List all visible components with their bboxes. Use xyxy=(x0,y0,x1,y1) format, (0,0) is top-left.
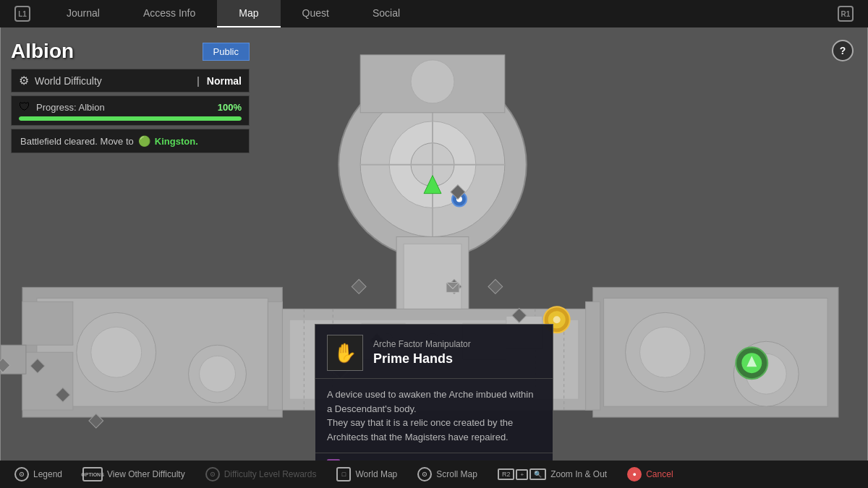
svg-point-17 xyxy=(200,356,236,392)
nav-item-quest[interactable]: Quest xyxy=(281,0,351,27)
tooltip-icon-box: ✋ xyxy=(327,335,363,371)
tooltip-header: ✋ Arche Factor Manipulator Prime Hands xyxy=(315,325,553,379)
kingston-icon: 🟢 xyxy=(138,135,150,147)
svg-point-25 xyxy=(411,60,454,103)
legend-button-icon: ⊙ xyxy=(14,467,29,481)
notification-box: Battlefield cleared. Move to 🟢 Kingston. xyxy=(11,129,250,153)
world-difficulty-box: ⚙ World Difficulty | Normal xyxy=(11,69,250,93)
cancel-item[interactable]: ● Cancel xyxy=(627,467,673,481)
nav-item-access-info[interactable]: Access Info xyxy=(122,0,217,27)
zoom-button-icons: R2+🔍 xyxy=(498,468,546,480)
legend-item[interactable]: ⊙ Legend xyxy=(14,467,62,481)
world-map-label: World Map xyxy=(355,469,397,479)
difficulty-rewards-label: Difficulty Level Rewards xyxy=(224,469,317,479)
kingston-link[interactable]: Kingston. xyxy=(155,136,198,147)
svg-point-15 xyxy=(91,327,142,377)
r1-button[interactable]: R1 xyxy=(823,0,868,27)
l1-button[interactable]: L1 xyxy=(0,0,45,27)
zoom-item[interactable]: R2+🔍 Zoom In & Out xyxy=(498,468,607,480)
tooltip-description: A device used to awaken the Arche imbued… xyxy=(327,389,533,442)
scroll-map-icon: ⊙ xyxy=(417,467,432,481)
left-panel: Albion Public ⚙ World Difficulty | Norma… xyxy=(11,40,250,153)
svg-point-56 xyxy=(553,316,561,323)
svg-rect-27 xyxy=(586,301,600,410)
tooltip-popup: ✋ Arche Factor Manipulator Prime Hands A… xyxy=(315,324,553,479)
difficulty-rewards-item: ⊙ Difficulty Level Rewards xyxy=(205,467,317,481)
progress-box: 🛡 Progress: Albion 100% xyxy=(11,95,250,126)
world-map-item[interactable]: □ World Map xyxy=(336,467,397,481)
view-difficulty-item[interactable]: OPTIONS View Other Difficulty xyxy=(82,467,185,481)
scroll-map-item[interactable]: ⊙ Scroll Map xyxy=(417,467,477,481)
cancel-button-icon: ● xyxy=(627,467,642,481)
world-difficulty-row: ⚙ World Difficulty | Normal xyxy=(12,69,249,92)
nav-item-social[interactable]: Social xyxy=(351,0,422,27)
tooltip-body: A device used to awaken the Arche imbued… xyxy=(315,379,553,453)
top-navigation: L1 Journal Access Info Map Quest Social … xyxy=(0,0,868,27)
bottom-bar: ⊙ Legend OPTIONS View Other Difficulty ⊙… xyxy=(0,461,868,488)
world-difficulty-left: ⚙ World Difficulty xyxy=(19,74,102,87)
svg-rect-29 xyxy=(22,352,73,410)
progress-bar-background xyxy=(19,116,242,121)
location-header: Albion Public xyxy=(11,40,250,63)
difficulty-rewards-icon: ⊙ xyxy=(205,467,220,481)
svg-rect-26 xyxy=(268,301,282,410)
world-map-button-icon: □ xyxy=(336,467,351,481)
svg-rect-28 xyxy=(22,301,73,345)
progress-label: Progress: Albion xyxy=(36,102,105,113)
r1-controller-icon: R1 xyxy=(838,6,854,22)
progress-bar-fill xyxy=(19,116,242,121)
svg-point-21 xyxy=(640,327,691,377)
difficulty-icon: ⚙ xyxy=(19,74,29,87)
world-difficulty-label: World Difficulty xyxy=(35,75,102,87)
l1-controller-icon: L1 xyxy=(14,6,30,22)
notification-text: Battlefield cleared. Move to xyxy=(20,136,134,147)
progress-header: 🛡 Progress: Albion 100% xyxy=(19,100,242,114)
legend-label: Legend xyxy=(33,469,62,479)
view-difficulty-label: View Other Difficulty xyxy=(107,469,185,479)
svg-rect-9 xyxy=(404,244,461,317)
visibility-badge[interactable]: Public xyxy=(203,43,250,61)
location-title: Albion xyxy=(11,40,74,63)
tooltip-title-block: Arche Factor Manipulator Prime Hands xyxy=(373,339,471,367)
progress-percent: 100% xyxy=(218,102,242,113)
nav-item-map[interactable]: Map xyxy=(217,0,280,27)
world-difficulty-value: | Normal xyxy=(197,75,242,87)
scroll-map-label: Scroll Map xyxy=(436,469,477,479)
help-button[interactable]: ? xyxy=(832,40,854,61)
options-button-icon: OPTIONS xyxy=(82,467,103,481)
prime-hands-icon: ✋ xyxy=(333,342,357,364)
progress-icon: 🛡 xyxy=(19,100,30,114)
nav-item-journal[interactable]: Journal xyxy=(45,0,122,27)
cancel-label: Cancel xyxy=(646,469,673,479)
tooltip-subtitle: Arche Factor Manipulator xyxy=(373,339,471,349)
tooltip-title: Prime Hands xyxy=(373,351,471,367)
zoom-label: Zoom In & Out xyxy=(550,469,607,479)
